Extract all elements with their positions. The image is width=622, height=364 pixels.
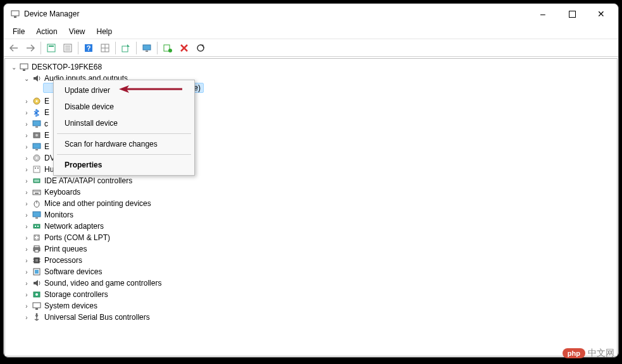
context-menu-item[interactable]: Scan for hardware changes: [56, 136, 192, 152]
help-button[interactable]: ?: [81, 40, 96, 56]
hid-icon: [32, 164, 42, 174]
sound-icon: [32, 278, 42, 288]
tree-root[interactable]: ⌄ DESKTOP-19FKE68: [6, 61, 616, 73]
svg-rect-71: [35, 308, 38, 310]
chevron-right-icon[interactable]: ›: [22, 278, 32, 288]
menu-action[interactable]: Action: [31, 26, 62, 37]
toolbar-separator: [157, 42, 158, 54]
svg-point-31: [36, 157, 38, 159]
svg-rect-61: [35, 259, 38, 262]
grid-button[interactable]: [97, 40, 113, 56]
minimize-button[interactable]: –: [528, 4, 557, 24]
menu-help[interactable]: Help: [92, 26, 118, 37]
chevron-right-icon[interactable]: ›: [22, 119, 32, 129]
chevron-right-icon[interactable]: ›: [22, 187, 32, 197]
chevron-right-icon[interactable]: ›: [22, 210, 32, 220]
toolbar-separator: [136, 42, 137, 54]
chevron-right-icon[interactable]: ›: [22, 164, 32, 174]
context-menu: Update driverDisable deviceUninstall dev…: [53, 80, 195, 176]
svg-point-69: [35, 293, 38, 296]
svg-rect-16: [146, 51, 148, 52]
speaker-icon: [32, 73, 42, 83]
chevron-right-icon[interactable]: ›: [22, 198, 32, 209]
category-label: Mice and other pointing devices: [44, 199, 151, 208]
category-label: Ports (COM & LPT): [44, 233, 110, 242]
tree-category[interactable]: ›Ports (COM & LPT): [6, 232, 616, 243]
tree-category[interactable]: ›Storage controllers: [6, 289, 616, 300]
svg-rect-28: [33, 143, 40, 149]
svg-point-42: [37, 191, 38, 191]
maximize-button[interactable]: [557, 4, 587, 24]
properties-button[interactable]: [60, 40, 75, 56]
chevron-right-icon[interactable]: ›: [22, 107, 32, 118]
category-label: Universal Serial Bus controllers: [44, 313, 150, 322]
svg-rect-35: [34, 179, 40, 183]
device-manager-window: Device Manager – ✕ File Action View Help…: [3, 3, 619, 358]
update-driver-button[interactable]: [118, 40, 134, 56]
show-hidden-button[interactable]: [44, 40, 59, 56]
dvd-icon: [32, 153, 42, 163]
category-label: E: [44, 97, 49, 106]
svg-rect-49: [34, 224, 40, 228]
display-adapter-icon: [32, 142, 42, 152]
tree-category[interactable]: ›Network adapters: [6, 221, 616, 232]
tree-category[interactable]: ›Processors: [6, 255, 616, 266]
menu-view[interactable]: View: [64, 26, 90, 37]
cpu-icon: [32, 255, 42, 265]
chevron-right-icon[interactable]: ›: [22, 233, 32, 243]
menu-file[interactable]: File: [8, 26, 30, 37]
chevron-right-icon[interactable]: ›: [22, 153, 32, 163]
svg-rect-70: [33, 303, 40, 308]
svg-rect-25: [35, 126, 38, 128]
context-menu-item[interactable]: Update driver: [56, 82, 192, 99]
category-label: IDE ATA/ATAPI controllers: [44, 176, 132, 185]
tree-category[interactable]: ›Mice and other pointing devices: [6, 198, 616, 209]
svg-rect-48: [35, 217, 38, 219]
svg-rect-34: [37, 167, 39, 169]
tree-category[interactable]: ›Monitors: [6, 209, 616, 221]
context-menu-item[interactable]: Disable device: [56, 99, 192, 115]
chevron-down-icon[interactable]: ⌄: [9, 62, 19, 72]
chevron-right-icon[interactable]: ›: [22, 255, 32, 265]
chevron-right-icon[interactable]: ›: [22, 130, 32, 140]
tree-category[interactable]: ›System devices: [6, 300, 616, 312]
chevron-right-icon[interactable]: ›: [22, 221, 32, 231]
forward-button[interactable]: [23, 40, 38, 56]
close-button[interactable]: ✕: [587, 4, 616, 24]
context-menu-item[interactable]: Uninstall device: [56, 115, 192, 131]
svg-rect-3: [47, 44, 55, 52]
keyboard-icon: [32, 187, 42, 197]
tree-category[interactable]: ›IDE ATA/ATAPI controllers: [6, 175, 616, 186]
tree-category[interactable]: ›Keyboards: [6, 186, 616, 198]
chevron-right-icon[interactable]: ›: [22, 289, 32, 300]
category-label: c: [44, 119, 48, 128]
chevron-right-icon[interactable]: ›: [22, 176, 32, 186]
chevron-right-icon[interactable]: ›: [22, 312, 32, 322]
svg-rect-47: [33, 212, 40, 217]
chevron-right-icon[interactable]: ›: [22, 301, 32, 311]
tree-category[interactable]: ›Print queues: [6, 243, 616, 255]
tree-category[interactable]: ›Sound, video and game controllers: [6, 277, 616, 289]
back-button[interactable]: [6, 40, 22, 56]
chevron-right-icon[interactable]: ›: [22, 267, 32, 277]
enable-button[interactable]: [160, 40, 175, 56]
tree-category[interactable]: ›Universal Serial Bus controllers: [6, 312, 616, 323]
context-menu-item[interactable]: Properties: [56, 157, 192, 173]
svg-rect-59: [35, 250, 39, 252]
svg-rect-2: [569, 11, 575, 17]
svg-rect-1: [14, 16, 16, 18]
usb-icon: [32, 312, 42, 322]
chevron-down-icon[interactable]: ⌄: [22, 73, 32, 83]
svg-rect-15: [143, 45, 151, 50]
tree-category[interactable]: ›Software devices: [6, 266, 616, 277]
toolbar-separator: [40, 42, 41, 54]
chevron-right-icon[interactable]: ›: [22, 142, 32, 152]
software-icon: [32, 267, 42, 277]
chevron-right-icon[interactable]: ›: [22, 244, 32, 254]
disable-button[interactable]: [177, 40, 192, 56]
monitor-button[interactable]: [139, 40, 154, 56]
chevron-right-icon[interactable]: ›: [22, 96, 32, 106]
category-label: E: [44, 142, 49, 151]
scan-button[interactable]: [193, 40, 208, 56]
svg-rect-38: [33, 190, 40, 195]
